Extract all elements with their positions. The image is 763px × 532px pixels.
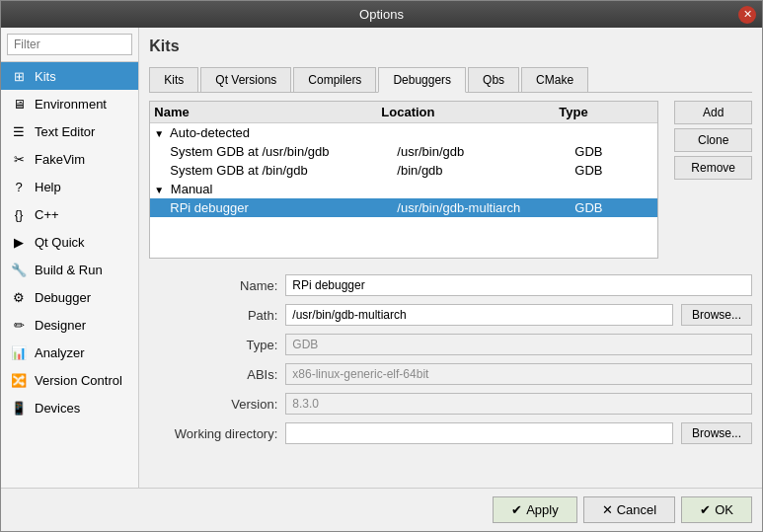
tab-kits[interactable]: Kits bbox=[149, 67, 198, 92]
label-version: Version: bbox=[149, 397, 277, 412]
add-button[interactable]: Add bbox=[674, 101, 752, 124]
sidebar-item-qt-quick[interactable]: ▶ Qt Quick bbox=[1, 228, 138, 256]
kits-icon: ⊞ bbox=[11, 68, 27, 84]
remove-button[interactable]: Remove bbox=[674, 156, 752, 180]
ok-label: OK bbox=[715, 502, 733, 517]
sidebar-item-debugger[interactable]: ⚙ Debugger bbox=[1, 283, 138, 311]
tree-panel: Name Location Type ▼ Auto-detected bbox=[149, 101, 658, 259]
sidebar-item-cpp[interactable]: {} C++ bbox=[1, 200, 138, 228]
sidebar-label-build-run: Build & Run bbox=[35, 263, 103, 277]
tab-debuggers[interactable]: Debuggers bbox=[378, 67, 466, 93]
sidebar-item-version-control[interactable]: 🔀 Version Control bbox=[1, 366, 138, 394]
designer-icon: ✏ bbox=[11, 317, 27, 333]
sidebar-label-qt-quick: Qt Quick bbox=[35, 235, 85, 250]
tree-row-rpi[interactable]: RPi debugger /usr/bin/gdb-multiarch GDB bbox=[150, 198, 657, 217]
col-header-name: Name bbox=[154, 105, 381, 119]
bottom-bar: ✔ Apply ✕ Cancel ✔ OK bbox=[1, 488, 762, 531]
debugger-icon: ⚙ bbox=[11, 289, 27, 305]
action-buttons: Add Clone Remove bbox=[674, 101, 752, 259]
field-type bbox=[285, 334, 752, 355]
cpp-icon: {} bbox=[11, 206, 27, 222]
tab-bar: Kits Qt Versions Compilers Debuggers Qbs… bbox=[149, 67, 752, 93]
label-name: Name: bbox=[149, 278, 277, 293]
filter-box bbox=[1, 28, 138, 62]
dialog-title: Options bbox=[359, 7, 404, 22]
label-path: Path: bbox=[149, 308, 277, 323]
form-row-path: Path: Browse... bbox=[149, 304, 752, 326]
debugger-tree: Name Location Type ▼ Auto-detected bbox=[149, 101, 658, 259]
browse-path-button[interactable]: Browse... bbox=[681, 304, 752, 326]
sidebar-label-environment: Environment bbox=[35, 97, 107, 112]
field-path[interactable] bbox=[285, 304, 673, 326]
sidebar-label-kits: Kits bbox=[35, 69, 56, 84]
col-header-location: Location bbox=[381, 105, 559, 119]
filter-input[interactable] bbox=[7, 34, 132, 55]
sidebar-item-analyzer[interactable]: 📊 Analyzer bbox=[1, 339, 138, 366]
sidebar-item-devices[interactable]: 📱 Devices bbox=[1, 394, 138, 421]
page-title: Kits bbox=[149, 38, 752, 55]
sidebar-label-fakevim: FakeVim bbox=[35, 152, 85, 167]
label-working-dir: Working directory: bbox=[149, 426, 277, 441]
tree-node-manual: ▼ Manual bbox=[154, 182, 381, 196]
apply-icon: ✔ bbox=[511, 502, 522, 517]
analyzer-icon: 📊 bbox=[11, 344, 27, 360]
environment-icon: 🖥 bbox=[11, 96, 27, 112]
sidebar-item-text-editor[interactable]: ☰ Text Editor bbox=[1, 117, 138, 145]
sidebar-item-build-run[interactable]: 🔧 Build & Run bbox=[1, 256, 138, 283]
sidebar-label-analyzer: Analyzer bbox=[35, 345, 85, 360]
sidebar-label-version-control: Version Control bbox=[35, 373, 122, 388]
tab-qbs[interactable]: Qbs bbox=[468, 67, 519, 92]
clone-button[interactable]: Clone bbox=[674, 128, 752, 152]
tree-node-rpi: RPi debugger bbox=[170, 200, 397, 215]
close-button[interactable]: ✕ bbox=[738, 6, 756, 24]
ok-icon: ✔ bbox=[700, 502, 711, 517]
field-name[interactable] bbox=[285, 274, 752, 296]
build-run-icon: 🔧 bbox=[11, 262, 27, 277]
sidebar-item-kits[interactable]: ⊞ Kits bbox=[1, 62, 138, 90]
tree-row[interactable]: ▼ Manual bbox=[150, 180, 657, 198]
ok-button[interactable]: ✔ OK bbox=[681, 496, 752, 523]
sidebar-label-designer: Designer bbox=[35, 318, 86, 333]
tree-header: Name Location Type bbox=[150, 102, 657, 123]
tree-node-gdb-bin: System GDB at /bin/gdb bbox=[170, 163, 397, 178]
form-row-version: Version: bbox=[149, 393, 752, 415]
sidebar-label-devices: Devices bbox=[35, 401, 80, 416]
tab-compilers[interactable]: Compilers bbox=[293, 67, 376, 92]
text-editor-icon: ☰ bbox=[11, 123, 27, 139]
cancel-button[interactable]: ✕ Cancel bbox=[583, 496, 675, 523]
tree-node-gdb-usr: System GDB at /usr/bin/gdb bbox=[170, 144, 397, 159]
field-working-dir[interactable] bbox=[285, 422, 673, 444]
version-control-icon: 🔀 bbox=[11, 372, 27, 388]
form-row-abis: ABIs: bbox=[149, 363, 752, 385]
sidebar-item-fakevim[interactable]: ✂ FakeVim bbox=[1, 145, 138, 173]
main-panel: Kits Kits Qt Versions Compilers Debugger… bbox=[139, 28, 762, 488]
sidebar-item-help[interactable]: ? Help bbox=[1, 173, 138, 200]
tree-body: ▼ Auto-detected System GDB at /usr/bin/g… bbox=[150, 123, 657, 217]
field-abis bbox=[285, 363, 752, 385]
qt-quick-icon: ▶ bbox=[11, 234, 27, 250]
tree-row[interactable]: System GDB at /usr/bin/gdb /usr/bin/gdb … bbox=[150, 142, 657, 161]
form-row-type: Type: bbox=[149, 334, 752, 355]
browse-dir-button[interactable]: Browse... bbox=[681, 422, 752, 444]
sidebar-item-designer[interactable]: ✏ Designer bbox=[1, 311, 138, 339]
col-header-type: Type bbox=[559, 105, 638, 119]
form-section: Name: Path: Browse... Type: ABIs: bbox=[149, 266, 752, 452]
apply-button[interactable]: ✔ Apply bbox=[493, 496, 577, 523]
sidebar-item-environment[interactable]: 🖥 Environment bbox=[1, 90, 138, 117]
sidebar-items: ⊞ Kits 🖥 Environment ☰ Text Editor ✂ Fak… bbox=[1, 62, 138, 488]
tab-cmake[interactable]: CMake bbox=[521, 67, 588, 92]
field-version bbox=[285, 393, 752, 415]
tree-row[interactable]: System GDB at /bin/gdb /bin/gdb GDB bbox=[150, 161, 657, 180]
sidebar-label-text-editor: Text Editor bbox=[35, 124, 95, 139]
sidebar-label-cpp: C++ bbox=[35, 207, 59, 222]
tree-section: Name Location Type ▼ Auto-detected bbox=[149, 101, 752, 259]
cancel-label: Cancel bbox=[617, 502, 656, 517]
cancel-icon: ✕ bbox=[602, 502, 613, 517]
title-bar: Options ✕ bbox=[1, 1, 762, 28]
content-area: ⊞ Kits 🖥 Environment ☰ Text Editor ✂ Fak… bbox=[1, 28, 762, 488]
label-type: Type: bbox=[149, 338, 277, 352]
label-abis: ABIs: bbox=[149, 367, 277, 382]
tree-row[interactable]: ▼ Auto-detected bbox=[150, 123, 657, 142]
tab-qt-versions[interactable]: Qt Versions bbox=[200, 67, 291, 92]
sidebar: ⊞ Kits 🖥 Environment ☰ Text Editor ✂ Fak… bbox=[1, 28, 139, 488]
